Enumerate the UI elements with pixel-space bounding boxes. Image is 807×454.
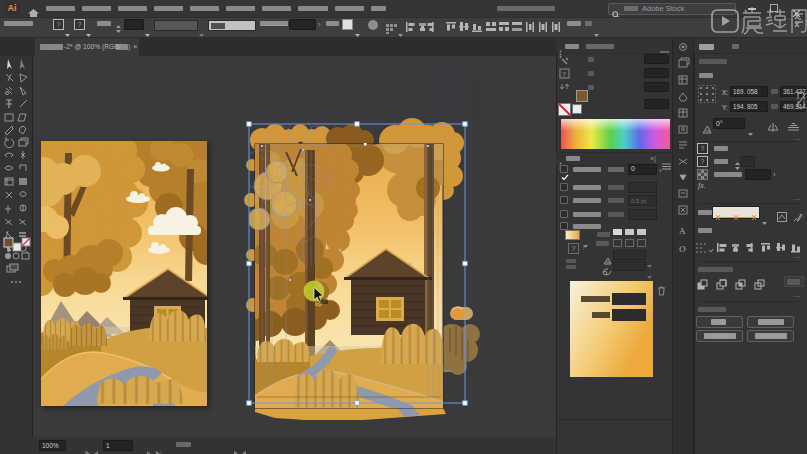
svg-text:?: ? [562, 71, 566, 78]
svg-text:A: A [679, 226, 686, 236]
svg-text:O: O [679, 244, 686, 254]
